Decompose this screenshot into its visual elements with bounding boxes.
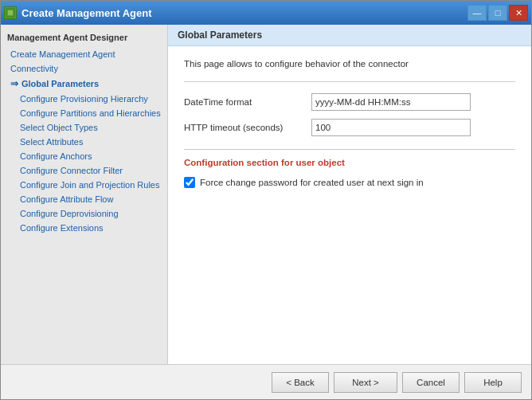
title-bar: Create Management Agent — □ ✕ [1, 1, 531, 25]
force-password-row: Force change password for created user a… [184, 177, 515, 188]
http-timeout-row: HTTP timeout (seconds) [184, 119, 515, 136]
sidebar-item-configure-join-projection[interactable]: Configure Join and Projection Rules [1, 178, 167, 192]
app-icon [4, 6, 17, 19]
main-content: This page allows to configure behavior o… [168, 46, 531, 364]
sidebar-item-configure-partitions-hierarchies[interactable]: Configure Partitions and Hierarchies [1, 106, 167, 120]
main-panel-header: Global Parameters [168, 25, 531, 46]
bottom-bar: < Back Next > Cancel Help [1, 364, 531, 399]
main-window: Create Management Agent — □ ✕ Management… [0, 0, 532, 400]
cancel-button[interactable]: Cancel [402, 372, 460, 393]
sidebar-item-configure-connector-filter[interactable]: Configure Connector Filter [1, 163, 167, 178]
back-button[interactable]: < Back [272, 372, 329, 393]
minimize-button[interactable]: — [467, 5, 487, 21]
force-password-label[interactable]: Force change password for created user a… [200, 178, 424, 187]
sidebar-item-select-object-types[interactable]: Select Object Types [1, 120, 167, 135]
sidebar-item-global-parameters[interactable]: ⇒ Global Parameters [1, 76, 167, 92]
next-button[interactable]: Next > [334, 372, 397, 393]
datetime-row: DateTime format [184, 93, 515, 111]
datetime-label: DateTime format [184, 97, 311, 107]
help-button[interactable]: Help [464, 372, 522, 393]
window-title: Create Management Agent [22, 7, 152, 19]
sidebar-item-configure-attribute-flow[interactable]: Configure Attribute Flow [1, 192, 167, 206]
separator-1 [184, 81, 515, 82]
title-bar-controls: — □ ✕ [467, 5, 528, 21]
maximize-button[interactable]: □ [488, 5, 507, 21]
separator-2 [184, 149, 515, 150]
user-section-title: Configuration section for user object [184, 158, 515, 167]
active-arrow-icon: ⇒ [10, 78, 18, 89]
sidebar-item-create-management-agent[interactable]: Create Management Agent [1, 47, 167, 61]
sidebar-item-connectivity[interactable]: Connectivity [1, 61, 167, 76]
force-password-checkbox[interactable] [184, 177, 195, 188]
description-text: This page allows to configure behavior o… [184, 59, 515, 69]
content-area: Management Agent Designer Create Managem… [1, 25, 531, 364]
sidebar-item-configure-extensions[interactable]: Configure Extensions [1, 221, 167, 235]
svg-rect-1 [8, 10, 13, 15]
sidebar-item-configure-deprovisioning[interactable]: Configure Deprovisioning [1, 206, 167, 221]
sidebar: Management Agent Designer Create Managem… [1, 25, 168, 364]
sidebar-item-configure-provisioning-hierarchy[interactable]: Configure Provisioning Hierarchy [1, 92, 167, 106]
main-panel: Global Parameters This page allows to co… [168, 25, 531, 364]
sidebar-item-select-attributes[interactable]: Select Attributes [1, 135, 167, 149]
title-bar-left: Create Management Agent [4, 6, 152, 19]
sidebar-header: Management Agent Designer [1, 29, 167, 47]
datetime-input[interactable] [311, 93, 471, 111]
sidebar-item-configure-anchors[interactable]: Configure Anchors [1, 149, 167, 163]
http-timeout-input[interactable] [311, 119, 471, 136]
close-button[interactable]: ✕ [509, 5, 528, 21]
http-timeout-label: HTTP timeout (seconds) [184, 123, 311, 132]
